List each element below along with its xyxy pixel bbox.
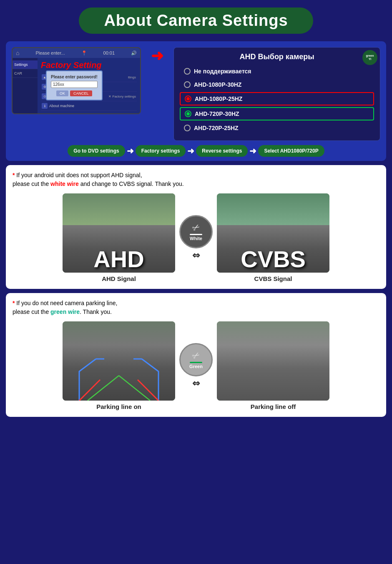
scissors-green-icon: ✂ (190, 349, 202, 362)
parking-off-column: Parking line off (217, 321, 329, 410)
red-arrow-container: ➜ (147, 47, 168, 65)
dvd-screen: ⌂ Please enter... 📍 00:01 🔊 Settings CAR… (12, 47, 141, 114)
parking-note: * If you do not need camera parking line… (13, 299, 379, 316)
about-label: About machine (49, 104, 136, 108)
scissors-green-wire (190, 362, 202, 363)
ahd-note-text3: and change to CVBS signal. Thank you. (79, 180, 184, 187)
signal-switch-area: ✂ White ⇔ (179, 215, 213, 261)
radio-720p30 (185, 110, 191, 117)
step-factory-settings[interactable]: Factory settings (136, 145, 186, 157)
radio-inner-720p25 (186, 126, 189, 130)
factory-setting-label: Factory Setting (41, 60, 137, 70)
cvbs-sky (217, 193, 329, 225)
dvd-sidebar-car: CAR (13, 69, 38, 78)
cvbs-signal-box: CVBS (217, 193, 329, 273)
dvd-address: Please enter... (35, 50, 65, 55)
scissors-white-circle: ✂ White (179, 215, 213, 248)
header-title-box: About Camera Settings (79, 8, 313, 34)
ahd-option-1080p30: AHD-1080P-30HZ (180, 79, 374, 90)
scissors-white-icon: ✂ (190, 221, 202, 234)
greenyi-logo: greenYi (362, 50, 377, 65)
ahd-note-text2: please cut the (13, 180, 50, 187)
password-ok-button[interactable]: OK (56, 90, 68, 96)
parking-switch-area: ✂ Green ⇔ (179, 343, 213, 389)
scissors-green-label: Green (189, 364, 203, 369)
password-dialog: Please enter password! 126xx OK CANCEL (46, 70, 103, 100)
password-cancel-button[interactable]: CANCEL (70, 90, 92, 96)
radio-720p25 (184, 125, 191, 131)
parking-exchange-symbol: ⇔ (192, 378, 200, 389)
ahd-option-720p30: AHD-720P-30HZ (180, 107, 374, 120)
radio-inner-1080p25 (186, 97, 190, 100)
ahd-big-text: AHD (64, 248, 173, 271)
dvd-sidebar-settings: Settings (13, 60, 38, 69)
dvd-sidebar: Settings CAR (13, 58, 38, 113)
parking-on-box (63, 321, 175, 401)
settings-content: ⌂ Please enter... 📍 00:01 🔊 Settings CAR… (12, 47, 380, 141)
factory-settings-link: ✕ Factory settings (108, 95, 136, 98)
scissors-white-label: White (190, 236, 202, 241)
ahd-option-unsupported: Не поддерживается (180, 65, 374, 77)
radio-unsupported (184, 68, 191, 75)
password-dialog-title: Please enter password! (51, 75, 98, 79)
step-dvd-settings[interactable]: Go to DVD settings (68, 145, 125, 157)
cvbs-caption: CVBS Signal (217, 275, 329, 282)
ahd-panel-title: AHD Выбор камеры (180, 53, 374, 61)
page-header: About Camera Settings (0, 0, 392, 38)
radio-inner-720p30 (186, 112, 190, 115)
scissors-white-wire (190, 234, 202, 235)
steps-bar: Go to DVD settings ➜ Factory settings ➜ … (12, 145, 380, 157)
about-icon: ℹ (42, 103, 48, 109)
dvd-top-bar: ⌂ Please enter... 📍 00:01 🔊 (13, 48, 140, 58)
section-parking-line: * If you do not need camera parking line… (6, 293, 386, 417)
step-select-ahd[interactable]: Select AHD1080P/720P (258, 145, 324, 157)
page-title: About Camera Settings (104, 12, 288, 30)
parking-note-text3: . Thank you. (80, 308, 112, 315)
ahd-sky (63, 193, 175, 225)
parking-off-caption: Parking line off (217, 403, 329, 410)
parking-row: Parking line on ✂ Green ⇔ Parking line o… (13, 321, 379, 410)
parking-on-caption: Parking line on (63, 403, 175, 410)
ahd-signal-box: AHD (63, 193, 175, 273)
radio-inner-unsupported (186, 70, 189, 73)
radio-inner-1080p30 (186, 83, 189, 86)
parking-note-wire: green wire (50, 308, 80, 315)
ahd-note: * If your android unit does not support … (13, 171, 379, 188)
ahd-label-overlay: AHD (63, 246, 175, 273)
cvbs-label-overlay: CVBS (217, 246, 329, 273)
scissors-green-circle: ✂ Green (179, 343, 213, 376)
radio-1080p25 (185, 95, 191, 102)
password-buttons: OK CANCEL (51, 90, 98, 96)
ahd-option-label-3: AHD-720P-30HZ (195, 110, 239, 117)
home-icon: ⌂ (16, 50, 19, 56)
parking-off-road (217, 321, 329, 401)
ahd-note-wire: white wire (50, 180, 79, 187)
dvd-menu-about: ℹ About machine (41, 101, 137, 111)
parking-note-text2: please cut the (13, 308, 50, 315)
step-reverse-settings[interactable]: Reverse settings (196, 145, 248, 157)
parking-exchange-arrows: ⇔ (192, 378, 200, 389)
dvd-volume-icon: 🔊 (131, 50, 137, 56)
parking-lines-svg-on (63, 321, 175, 401)
cvbs-signal-column: CVBS CVBS Signal (217, 193, 329, 282)
ahd-camera-panel: AHD Выбор камеры Не поддерживается AHD-1… (173, 47, 380, 141)
ahd-note-text: If your android unit does not support AH… (15, 172, 142, 178)
nav-right: ttings (128, 75, 136, 79)
section-ahd-cvbs: * If your android unit does not support … (6, 165, 386, 289)
svg-line-0 (79, 380, 100, 401)
radio-1080p30 (184, 81, 191, 88)
step-arrow-3: ➜ (249, 146, 256, 156)
ahd-caption: AHD Signal (63, 275, 175, 282)
cvbs-big-text: CVBS (219, 248, 328, 271)
ahd-option-1080p25: AHD-1080P-25HZ (180, 92, 374, 105)
exchange-arrows: ⇔ (192, 250, 200, 261)
parking-on-column: Parking line on (63, 321, 175, 410)
ahd-signal-column: AHD AHD Signal (63, 193, 175, 282)
ahd-option-label-4: AHD-720P-25HZ (194, 125, 239, 131)
dvd-main-body: Settings CAR Factory Setting ▲ Navigatio… (13, 58, 140, 113)
step-arrow-2: ➜ (187, 146, 194, 156)
ahd-option-label-2: AHD-1080P-25HZ (195, 95, 242, 102)
ahd-option-720p25: AHD-720P-25HZ (180, 122, 374, 134)
password-input[interactable]: 126xx (51, 81, 98, 88)
section-settings: ⌂ Please enter... 📍 00:01 🔊 Settings CAR… (6, 41, 386, 161)
